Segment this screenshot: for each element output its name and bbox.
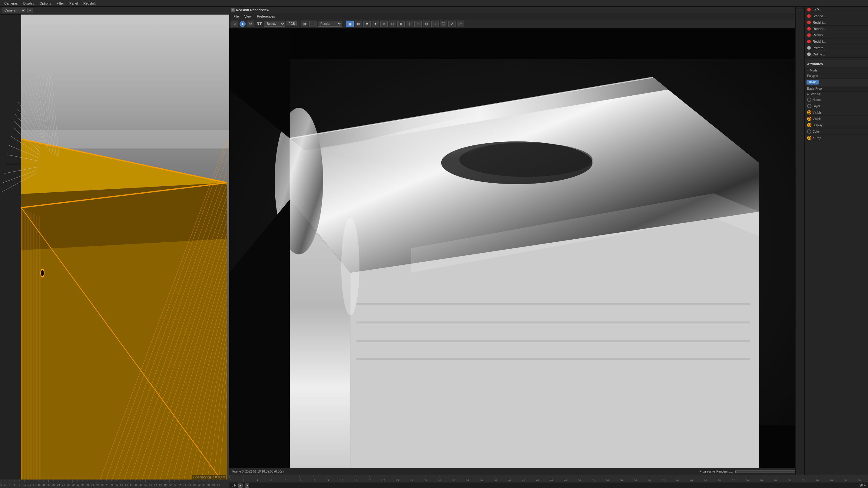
svg-text:18: 18 [354, 479, 357, 482]
rv-icon-3[interactable]: ✦ [372, 21, 379, 27]
attr-circle-visible1[interactable] [807, 110, 811, 115]
rv-render-select[interactable]: Render [318, 21, 342, 27]
svg-text:54: 54 [130, 484, 133, 486]
svg-point-189 [341, 218, 360, 315]
stop-btn[interactable]: ■ [245, 484, 249, 488]
progress-label: Progressive Rendering... [699, 470, 733, 473]
menu-options[interactable]: Options [37, 1, 54, 6]
rv-icon-5[interactable]: □ [389, 21, 396, 27]
svg-text:32: 32 [76, 484, 79, 486]
rv-menu-view[interactable]: View [242, 14, 254, 19]
svg-text:70: 70 [718, 479, 721, 482]
rv-icon-1[interactable]: ⊞ [355, 21, 362, 27]
rv-menu-icon[interactable]: ≡ [231, 21, 238, 27]
renderView-title: Redshift RenderView [236, 8, 269, 12]
rv-icon-13[interactable]: ↗ [457, 21, 464, 27]
svg-text:84: 84 [203, 484, 205, 486]
bottom-timeline-track[interactable]: 0 2 4 6 8 10 12 14 [229, 475, 868, 483]
svg-rect-187 [356, 340, 750, 342]
top-menubar: Cameras Display Options Filter Panel Red… [0, 0, 868, 7]
panel-divider-1 [805, 59, 868, 59]
rv-icon-11[interactable]: 🎬 [440, 21, 447, 27]
attr-circle-xray[interactable] [807, 136, 811, 140]
rv-icon-6[interactable]: ⊠ [397, 21, 405, 27]
svg-text:74: 74 [746, 479, 749, 482]
rs-item-standa[interactable]: Standa... [805, 13, 868, 20]
rv-menu-file[interactable]: File [231, 14, 241, 19]
attr-visible2-label: Visible [813, 117, 866, 121]
rs-dot-lkp [807, 8, 811, 11]
viewport-btn-1[interactable]: + [27, 8, 33, 13]
rv-icon-9[interactable]: ⊗ [423, 21, 430, 27]
rv-icon-7[interactable]: ⊹ [406, 21, 413, 27]
svg-text:4: 4 [9, 484, 10, 486]
rv-refresh-btn[interactable]: ↻ [247, 21, 254, 27]
attr-mode-label: Mode [810, 69, 866, 72]
menu-panel[interactable]: Panel [67, 1, 80, 6]
attr-circle-inner-visible2 [808, 118, 810, 120]
rs-label-standa: Standa... [813, 14, 826, 18]
progress-container: Progressive Rendering... 1% [699, 470, 801, 473]
rv-crop-btn[interactable]: ⊡ [309, 21, 316, 27]
rs-item-lkp[interactable]: LKP... [805, 7, 868, 13]
frame-end-label: 90 F [860, 484, 866, 487]
rs-item-redshi1[interactable]: Redshi... [805, 20, 868, 26]
svg-text:50: 50 [578, 479, 581, 482]
rv-grid-btn[interactable]: ⊞ [301, 21, 308, 27]
svg-rect-185 [356, 303, 750, 305]
svg-text:82: 82 [802, 479, 805, 482]
attr-circle-visible2[interactable] [807, 117, 811, 121]
svg-text:26: 26 [410, 479, 413, 482]
attr-circle-layer[interactable] [807, 104, 811, 108]
attr-circle-name[interactable] [807, 97, 811, 102]
menu-display[interactable]: Display [21, 1, 37, 6]
rs-dot-online [807, 52, 811, 56]
svg-text:28: 28 [424, 479, 427, 482]
rv-icon-4[interactable]: ○ [380, 21, 388, 27]
rs-item-redshi3[interactable]: Redshi... [805, 38, 868, 45]
rs-item-render[interactable]: Render... [805, 26, 868, 32]
rv-icon-10[interactable]: ⊕ [431, 21, 438, 27]
icon-se-expand[interactable]: ▶ [807, 93, 809, 96]
rv-menu-preferences[interactable]: Preferences [254, 14, 277, 19]
attr-visible1-label: Visible [813, 111, 866, 114]
rv-icon-2[interactable]: ✱ [364, 21, 371, 27]
svg-text:80: 80 [788, 479, 791, 482]
svg-text:24: 24 [396, 479, 399, 482]
svg-text:38: 38 [494, 479, 497, 482]
camera-select[interactable]: Camera [2, 7, 26, 13]
svg-text:86: 86 [830, 479, 833, 482]
svg-rect-186 [356, 322, 750, 323]
renderView-titlebar: ✕ Redshift RenderView [229, 7, 804, 13]
rv-icon-8[interactable]: ↕ [414, 21, 422, 27]
renderView-window: ✕ Redshift RenderView File View Preferen… [229, 7, 804, 475]
viewport-toolbar: Camera + [0, 7, 229, 14]
svg-text:10: 10 [298, 479, 301, 482]
rv-rgb-badge[interactable]: RGB [286, 21, 297, 26]
rs-item-redshi2[interactable]: Redshi... [805, 32, 868, 38]
attr-polygon-row: Polygon [805, 73, 868, 79]
menu-cameras[interactable]: Cameras [2, 1, 20, 6]
menu-filter[interactable]: Filter [54, 1, 66, 6]
play-btn[interactable]: ▶ [238, 484, 243, 488]
svg-text:88: 88 [844, 479, 847, 482]
timeline-ruler-track[interactable]: 0 2 4 6 8 10 12 14 [0, 480, 229, 488]
rv-active-btn[interactable]: ● [240, 21, 246, 27]
svg-text:16: 16 [340, 479, 343, 482]
rs-item-online[interactable]: Online... [805, 51, 868, 58]
render-canvas [229, 28, 804, 468]
rv-mode-btn[interactable]: ▣ [346, 21, 354, 27]
svg-text:86: 86 [208, 484, 210, 486]
renderView-close-btn[interactable]: ✕ [231, 8, 235, 12]
attr-circle-display[interactable] [807, 123, 811, 127]
rv-beauty-select[interactable]: Beauty [264, 21, 285, 27]
icon-se-section: ▶ Icon Se [805, 91, 868, 97]
rv-icon-12[interactable]: ↙ [448, 21, 456, 27]
menu-redshift[interactable]: Redshift [81, 1, 98, 6]
rs-dot-redshi3 [807, 40, 811, 43]
rs-label-online: Online... [813, 52, 825, 56]
rs-label-render: Render... [813, 27, 826, 31]
attr-tab-basic[interactable]: Basic [807, 80, 818, 85]
rs-item-prefere[interactable]: Prefere... [805, 45, 868, 51]
attr-circle-color[interactable] [807, 129, 811, 133]
